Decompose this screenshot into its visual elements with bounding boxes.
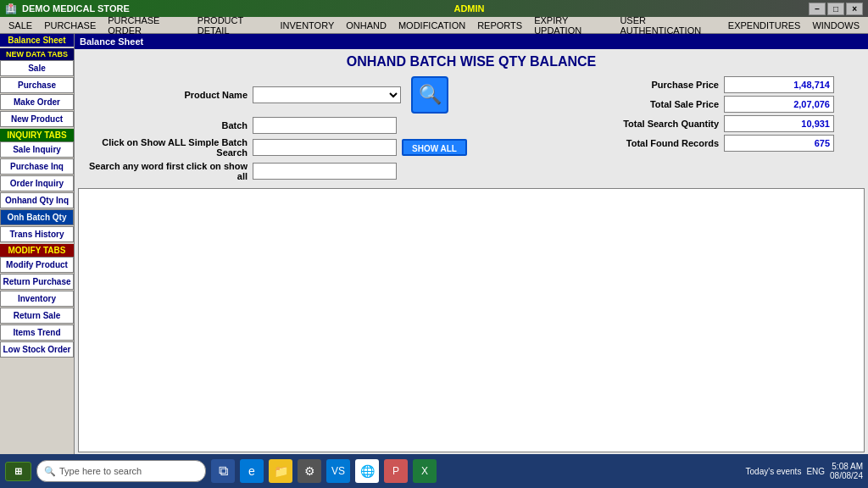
purchase-price-label: Purchase Price: [554, 80, 724, 90]
sidebar-btn-onhand-qty-inq[interactable]: Onhand Qty Inq: [0, 192, 74, 208]
total-found-label: Total Found Records: [554, 138, 724, 148]
show-all-input[interactable]: [253, 163, 397, 180]
inquiry-tabs-label: INQUIRY TABS: [0, 129, 74, 141]
show-all-row: Search any word first click on show all: [83, 161, 554, 181]
simple-batch-label: Click on Show ALL Simple Batch Search: [83, 137, 253, 158]
taskbar: ⊞ 🔍 Type here to search ⧉ e 📁 ⚙ VS 🌐 P X…: [0, 454, 868, 488]
taskbar-settings[interactable]: ⚙: [298, 459, 321, 483]
title-right-admin: ADMIN: [453, 3, 484, 14]
menu-item-windows[interactable]: WINDOWS: [807, 19, 865, 32]
taskbar-file-explorer[interactable]: 📁: [269, 459, 292, 483]
search-icon-button[interactable]: 🔍: [411, 76, 448, 114]
product-name-input[interactable]: [253, 86, 401, 103]
show-all-label: Search any word first click on show all: [83, 161, 253, 181]
sidebar-btn-modify-product[interactable]: Modify Product: [0, 257, 74, 273]
clock-time: 5:08 AM: [830, 462, 863, 471]
sidebar-btn-inventory[interactable]: Inventory: [0, 291, 74, 307]
balance-sheet-label: Balance Sheet: [0, 34, 74, 47]
total-sale-row: Total Sale Price 2,07,076: [554, 96, 860, 113]
sidebar: Balance Sheet NEW DATA TABS Sale Purchas…: [0, 34, 75, 454]
show-all-button[interactable]: SHOW ALL: [402, 139, 467, 156]
sidebar-btn-items-trend[interactable]: Items Trend: [0, 324, 74, 341]
total-qty-label: Total Search Quantity: [554, 119, 724, 129]
sidebar-btn-return-sale[interactable]: Return Sale: [0, 308, 74, 324]
sidebar-btn-new-product[interactable]: New Product: [0, 111, 74, 127]
taskbar-edge[interactable]: e: [240, 459, 264, 483]
balance-sheet-header: Balance Sheet: [75, 34, 868, 49]
close-btn[interactable]: ×: [846, 3, 863, 15]
menu-item-purchase[interactable]: PURCHASE: [39, 19, 101, 32]
data-table-area: [78, 188, 865, 452]
batch-label: Batch: [83, 120, 253, 130]
simple-batch-row: Click on Show ALL Simple Batch Search SH…: [83, 137, 554, 158]
sidebar-btn-return-purchase[interactable]: Return Purchase: [0, 274, 74, 290]
maximize-btn[interactable]: □: [827, 3, 844, 15]
clock-date: 08/08/24: [830, 471, 863, 480]
minimize-btn[interactable]: −: [809, 3, 826, 15]
sidebar-btn-sale-inquiry[interactable]: Sale Inquiry: [0, 141, 74, 158]
total-found-value: 675: [724, 135, 834, 152]
app-title: DEMO MEDICAL STORE: [22, 3, 130, 14]
taskbar-chrome[interactable]: 🌐: [355, 459, 379, 483]
sidebar-btn-trans-history[interactable]: Trans History: [0, 226, 74, 242]
total-qty-row: Total Search Quantity 10,931: [554, 115, 860, 132]
clock-area: 5:08 AM 08/08/24: [830, 462, 863, 480]
search-form: Product Name 🔍 Batch Click on Show: [83, 76, 554, 185]
taskbar-right: Today's events ENG 5:08 AM 08/08/24: [746, 462, 863, 480]
sidebar-btn-purchase[interactable]: Purchase: [0, 77, 74, 93]
search-icon: 🔍: [419, 84, 442, 106]
windows-icon: ⊞: [14, 466, 22, 477]
taskbar-search-placeholder: Type here to search: [59, 466, 142, 476]
menu-bar: SALEPURCHASEPURCHASE ORDERPRODUCT DETAIL…: [0, 17, 868, 34]
menu-item-inventory[interactable]: INVENTORY: [275, 19, 339, 32]
menu-item-sale[interactable]: SALE: [3, 19, 37, 32]
product-name-label: Product Name: [83, 90, 253, 100]
start-button[interactable]: ⊞: [5, 462, 31, 481]
modify-tabs-label: MODIFY TABS: [0, 244, 74, 257]
taskbar-vscode[interactable]: VS: [326, 459, 350, 483]
menu-item-expenditures[interactable]: EXPENDITURES: [723, 19, 806, 32]
simple-batch-input[interactable]: [253, 139, 397, 156]
main-layout: Balance Sheet NEW DATA TABS Sale Purchas…: [0, 34, 868, 454]
today-events-label[interactable]: Today's events: [746, 467, 802, 476]
sidebar-btn-onh-batch-qty[interactable]: Onh Batch Qty: [0, 209, 74, 225]
summary-panel: Purchase Price 1,48,714 Total Sale Price…: [554, 76, 860, 185]
taskbar-task-view[interactable]: ⧉: [211, 459, 235, 483]
menu-item-onhand[interactable]: ONHAND: [341, 19, 392, 32]
total-qty-value: 10,931: [724, 115, 834, 132]
sidebar-btn-order-inquiry[interactable]: Order Inquiry: [0, 175, 74, 191]
taskbar-search[interactable]: 🔍 Type here to search: [36, 460, 206, 482]
search-taskbar-icon: 🔍: [44, 466, 56, 477]
menu-item-reports[interactable]: REPORTS: [472, 19, 527, 32]
purchase-price-value: 1,48,714: [724, 76, 834, 93]
app-logo: 🏥: [5, 3, 17, 14]
purchase-price-row: Purchase Price 1,48,714: [554, 76, 860, 93]
page-title: ONHAND BATCH WISE QTY BALANCE: [75, 49, 868, 73]
new-data-tabs-label: NEW DATA TABS: [0, 48, 74, 60]
content-area: Balance Sheet ONHAND BATCH WISE QTY BALA…: [75, 34, 868, 454]
total-found-row: Total Found Records 675: [554, 135, 860, 152]
sidebar-btn-sale[interactable]: Sale: [0, 60, 74, 76]
sidebar-btn-make-order[interactable]: Make Order: [0, 94, 74, 110]
sidebar-btn-purchase-inq[interactable]: Purchase Inq: [0, 158, 74, 175]
taskbar-excel[interactable]: X: [413, 459, 437, 483]
menu-item-modification[interactable]: MODIFICATION: [393, 19, 470, 32]
taskbar-lang: ENG: [806, 467, 825, 476]
form-summary-area: Product Name 🔍 Batch Click on Show: [75, 73, 868, 186]
total-sale-label: Total Sale Price: [554, 99, 724, 109]
total-sale-value: 2,07,076: [724, 96, 834, 113]
search-show-all-group: 🔍: [406, 76, 448, 114]
window-controls[interactable]: − □ ×: [809, 3, 863, 15]
sidebar-btn-low-stock-order[interactable]: Low Stock Order: [0, 341, 74, 358]
batch-row: Batch: [83, 117, 554, 134]
batch-input[interactable]: [253, 117, 397, 134]
product-name-row: Product Name 🔍: [83, 76, 554, 114]
taskbar-powerpoint[interactable]: P: [384, 459, 408, 483]
